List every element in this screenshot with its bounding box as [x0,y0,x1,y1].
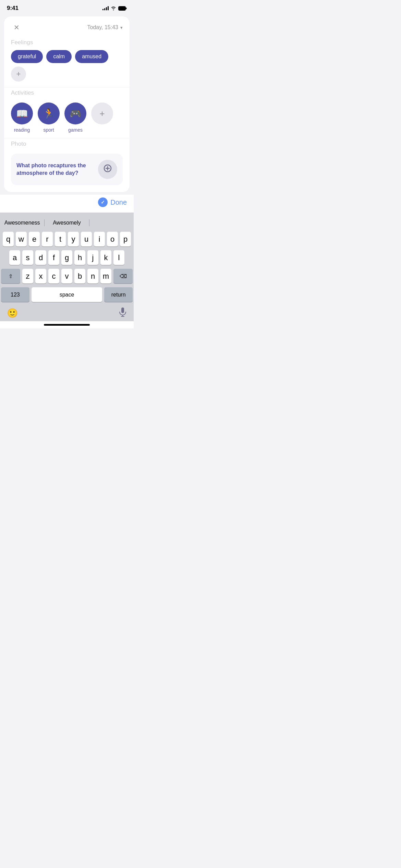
numbers-key[interactable]: 123 [1,287,29,302]
activities-section: 📖 reading 🏃 sport 🎮 games + [4,99,130,138]
autocomplete-word-1[interactable]: Awesomeness [0,220,44,226]
keyboard-row-bottom: 123 space return [1,287,133,303]
activity-items-row: 📖 reading 🏃 sport 🎮 games + [11,103,123,133]
key-r[interactable]: r [42,232,53,246]
main-card: ✕ Today, 15:43 ▾ Feelings grateful calm … [4,16,130,192]
add-feeling-button[interactable]: + [11,67,26,82]
reading-icon: 📖 [16,108,28,119]
shift-key[interactable]: ⇧ [1,269,20,284]
activity-sport-circle: 🏃 [38,103,60,124]
key-w[interactable]: w [16,232,27,246]
close-icon: ✕ [14,23,20,32]
keyboard-row-2: a s d f g h j k l [1,250,133,265]
activity-games-circle: 🎮 [64,103,86,124]
feeling-pill-calm[interactable]: calm [46,50,72,63]
key-e[interactable]: e [29,232,40,246]
add-activity-icon: + [99,108,105,119]
home-indicator-bar [0,321,134,328]
key-b[interactable]: b [74,269,85,284]
key-f[interactable]: f [48,250,59,265]
status-time: 9:41 [7,5,19,12]
svg-rect-5 [121,308,124,313]
sport-icon: 🏃 [43,108,55,119]
key-t[interactable]: t [55,232,66,246]
add-photo-button[interactable] [98,160,117,179]
done-row: ✓ Done [0,195,134,213]
key-z[interactable]: z [22,269,33,284]
key-q[interactable]: q [3,232,14,246]
key-i[interactable]: i [94,232,105,246]
autocomplete-divider-2 [89,219,89,226]
key-d[interactable]: d [35,250,46,265]
chevron-down-icon: ▾ [120,25,123,30]
games-icon: 🎮 [70,108,82,119]
date-button[interactable]: Today, 15:43 ▾ [87,24,123,31]
activity-reading-label: reading [14,127,30,133]
activity-games-label: games [68,127,83,133]
activity-games[interactable]: 🎮 games [64,103,86,133]
date-text: Today, 15:43 [87,24,118,31]
keyboard-row-1: q w e r t y u i o p [1,232,133,246]
done-label: Done [110,198,127,206]
feeling-pill-amused[interactable]: amused [75,50,108,63]
key-k[interactable]: k [100,250,111,265]
photo-prompt-text: What photo recaptures the atmosphere of … [16,162,94,177]
key-y[interactable]: y [68,232,79,246]
feelings-section-label: Feelings [4,37,130,49]
activities-section-label: Activities [4,87,130,99]
key-u[interactable]: u [81,232,92,246]
activity-sport-label: sport [43,127,54,133]
key-g[interactable]: g [61,250,72,265]
key-s[interactable]: s [22,250,33,265]
keyboard-row-3: ⇧ z x c v b n m ⌫ [1,269,133,284]
space-key[interactable]: space [32,287,102,302]
key-c[interactable]: c [48,269,59,284]
feelings-pills-row: grateful calm amused + [11,50,123,82]
add-photo-icon [104,164,112,174]
home-indicator [44,324,90,326]
add-activity-button[interactable]: + [91,103,113,124]
status-bar: 9:41 [0,0,134,14]
keyboard-area: Awesomeness Awesomely q w e r t y u i o … [0,213,134,321]
feeling-pill-grateful[interactable]: grateful [11,50,43,63]
photo-section-label: Photo [4,138,130,150]
svg-rect-1 [126,8,127,9]
keyboard-bottom-bar: 🙂 [0,303,134,321]
photo-section: What photo recaptures the atmosphere of … [4,150,130,192]
key-j[interactable]: j [87,250,98,265]
key-n[interactable]: n [87,269,98,284]
done-button[interactable]: ✓ Done [98,197,127,207]
close-button[interactable]: ✕ [11,22,22,33]
key-a[interactable]: a [9,250,20,265]
autocomplete-bar: Awesomeness Awesomely [0,215,134,230]
activity-sport[interactable]: 🏃 sport [38,103,60,133]
key-v[interactable]: v [61,269,72,284]
wifi-icon [111,6,116,10]
photo-card: What photo recaptures the atmosphere of … [11,154,123,185]
keyboard: q w e r t y u i o p a s d f g h j k l ⇧ … [0,230,134,303]
key-o[interactable]: o [107,232,118,246]
svg-rect-0 [119,6,126,10]
activity-reading-circle: 📖 [11,103,33,124]
key-m[interactable]: m [100,269,111,284]
key-p[interactable]: p [120,232,131,246]
status-icons [102,6,127,11]
top-bar: ✕ Today, 15:43 ▾ [4,16,130,37]
key-x[interactable]: x [35,269,46,284]
emoji-button[interactable]: 🙂 [7,308,18,318]
done-check-icon: ✓ [98,197,108,207]
done-checkmark: ✓ [101,200,105,205]
delete-key[interactable]: ⌫ [113,269,133,284]
return-key[interactable]: return [104,287,133,302]
mic-button[interactable] [119,307,127,319]
key-h[interactable]: h [74,250,85,265]
feelings-section: grateful calm amused + [4,49,130,87]
key-l[interactable]: l [113,250,124,265]
autocomplete-word-2[interactable]: Awesomely [45,220,89,226]
battery-icon [118,6,127,11]
activity-reading[interactable]: 📖 reading [11,103,33,133]
signal-bars-icon [102,6,109,10]
